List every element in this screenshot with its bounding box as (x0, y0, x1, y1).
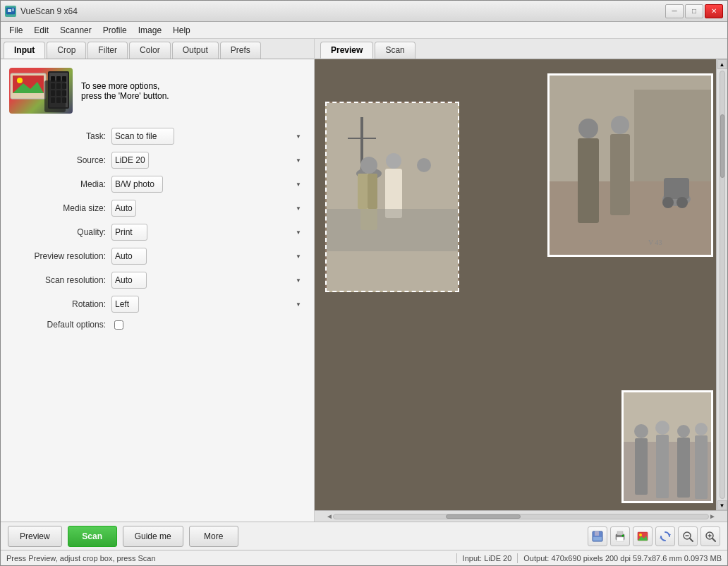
tab-crop[interactable]: Crop (47, 42, 86, 59)
scan-res-select[interactable]: Auto 200 dpi 300 dpi 600 dpi (111, 272, 147, 289)
menubar: File Edit Scanner Profile Image Help (1, 22, 727, 39)
media-row: Media: B/W photo Color photo Slide Negat… (9, 176, 305, 193)
media-size-select[interactable]: Auto (111, 200, 136, 217)
input-panel: To see more options, press the 'More' bu… (1, 59, 314, 522)
preview-button[interactable]: Preview (8, 526, 62, 547)
scrollbar-thumb-h[interactable] (446, 514, 521, 519)
horizontal-scrollbar[interactable]: ◄ ► (315, 510, 727, 522)
svg-rect-20 (56, 97, 61, 103)
scan-res-row: Scan resolution: Auto 200 dpi 300 dpi 60… (9, 272, 305, 289)
task-select-wrapper: Scan to file Scan to printer Copy (111, 128, 305, 145)
svg-marker-68 (668, 534, 671, 536)
task-row: Task: Scan to file Scan to printer Copy (9, 128, 305, 145)
svg-rect-16 (51, 90, 55, 96)
tab-scan[interactable]: Scan (375, 42, 415, 59)
scroll-up-arrow[interactable]: ▲ (717, 59, 727, 69)
scrollbar-track-h[interactable] (333, 514, 709, 519)
svg-point-32 (417, 158, 431, 172)
source-select-wrapper: LiDE 20 (111, 152, 305, 169)
svg-rect-53 (656, 435, 669, 498)
preview-tabs: Preview Scan (315, 39, 727, 59)
close-button[interactable]: ✕ (705, 4, 723, 18)
tab-output[interactable]: Output (172, 42, 219, 59)
menu-edit[interactable]: Edit (28, 24, 54, 37)
preview-res-select[interactable]: Auto 75 dpi 150 dpi (111, 248, 147, 265)
bottom-bar: Preview Scan Guide me More (1, 522, 727, 550)
zoom-out-icon[interactable] (678, 526, 698, 546)
left-panel: Input Crop Filter Color Output Prefs (1, 39, 315, 522)
svg-line-76 (712, 538, 715, 541)
svg-point-54 (677, 425, 690, 438)
media-select[interactable]: B/W photo Color photo Slide Negative (111, 176, 163, 193)
media-label: Media: (9, 179, 111, 189)
photo-3 (621, 390, 713, 503)
vertical-scrollbar[interactable]: ▲ ▼ (716, 59, 727, 510)
save-icon[interactable] (588, 526, 607, 546)
svg-rect-44 (664, 178, 689, 199)
menu-profile[interactable]: Profile (97, 24, 133, 37)
svg-point-64 (622, 534, 624, 536)
hint-icon (9, 68, 73, 114)
svg-rect-42 (610, 134, 630, 215)
svg-rect-21 (62, 97, 66, 103)
svg-point-30 (386, 153, 401, 169)
svg-point-46 (677, 197, 688, 208)
status-separator-2 (517, 553, 518, 563)
main-content: Input Crop Filter Color Output Prefs (1, 39, 727, 522)
zoom-in-icon[interactable] (700, 526, 720, 546)
svg-rect-14 (56, 83, 61, 89)
quality-row: Quality: Print Screen Archive (9, 224, 305, 241)
preview-res-select-wrapper: Auto 75 dpi 150 dpi (111, 248, 305, 265)
menu-image[interactable]: Image (133, 24, 167, 37)
svg-point-56 (695, 423, 708, 435)
svg-rect-1 (8, 9, 11, 12)
status-left: Press Preview, adjust crop box, press Sc… (6, 554, 451, 562)
status-separator (456, 553, 457, 563)
menu-scanner[interactable]: Scanner (54, 24, 97, 37)
tab-filter[interactable]: Filter (87, 42, 128, 59)
scroll-left-arrow[interactable]: ◄ (326, 512, 333, 520)
svg-point-6 (17, 78, 23, 83)
print-icon[interactable] (610, 526, 630, 546)
refresh-icon[interactable] (655, 526, 675, 546)
quality-select[interactable]: Print Screen Archive (111, 224, 147, 241)
image-icon[interactable] (633, 526, 653, 546)
scrollbar-thumb-v[interactable] (720, 114, 724, 179)
maximize-button[interactable]: □ (685, 4, 703, 18)
scroll-right-arrow[interactable]: ► (709, 512, 716, 520)
tab-prefs[interactable]: Prefs (220, 42, 261, 59)
tab-color[interactable]: Color (129, 42, 171, 59)
svg-point-41 (611, 116, 629, 134)
task-select[interactable]: Scan to file Scan to printer Copy (111, 128, 174, 145)
menu-file[interactable]: File (4, 24, 28, 37)
preview-res-row: Preview resolution: Auto 75 dpi 150 dpi (9, 248, 305, 265)
svg-rect-28 (358, 174, 368, 209)
svg-rect-11 (56, 76, 61, 82)
scroll-down-arrow[interactable]: ▼ (717, 500, 727, 510)
guide-me-button[interactable]: Guide me (123, 526, 183, 547)
svg-rect-62 (617, 531, 623, 535)
tab-input[interactable]: Input (4, 42, 45, 59)
preview-res-label: Preview resolution: (9, 251, 111, 261)
scan-button[interactable]: Scan (68, 526, 117, 547)
svg-rect-18 (62, 90, 66, 96)
tab-preview[interactable]: Preview (320, 42, 373, 59)
svg-text:V 43: V 43 (648, 239, 662, 246)
photo-2-content: V 43 (550, 76, 711, 255)
more-button[interactable]: More (189, 526, 238, 547)
svg-rect-40 (578, 138, 599, 223)
scrollbar-track-v[interactable] (720, 71, 725, 499)
svg-point-39 (578, 119, 598, 138)
photo-2: V 43 (547, 73, 713, 257)
default-options-checkbox[interactable] (114, 320, 123, 330)
source-label: Source: (9, 155, 111, 165)
menu-help[interactable]: Help (167, 24, 196, 37)
source-select[interactable]: LiDE 20 (111, 152, 149, 169)
default-options-row: Default options: (9, 320, 305, 330)
minimize-button[interactable]: ─ (665, 4, 684, 18)
rotation-select-wrapper: None Left Right 180 (111, 296, 305, 313)
preview-area[interactable]: V 43 (315, 59, 727, 510)
photo-selected (325, 102, 459, 292)
rotation-select[interactable]: None Left Right 180 (111, 296, 139, 313)
hint-text: To see more options, press the 'More' bu… (81, 81, 169, 101)
